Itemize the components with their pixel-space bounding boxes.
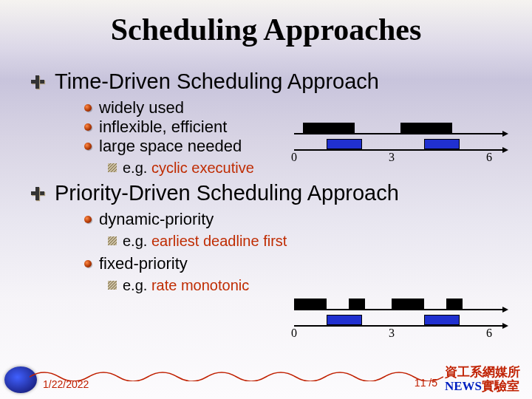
axis-tick-labels: 0 3 6: [288, 327, 510, 341]
tick-3: 3: [389, 151, 395, 164]
task-bar: [424, 139, 460, 149]
hatched-square-icon: [108, 281, 117, 290]
footer-decoration-icon: [30, 366, 443, 381]
dot-icon: [84, 216, 92, 223]
tick-6: 6: [486, 151, 492, 164]
lab-suffix: 實驗室: [482, 379, 519, 393]
diagram-time-driven: 0 3 6: [288, 118, 510, 166]
dot-icon: [84, 260, 92, 267]
sub-text: widely used: [99, 98, 184, 117]
sub-text: large space needed: [99, 137, 242, 156]
bullet-priority-driven: Priority-Driven Scheduling Approach: [31, 181, 532, 205]
bullet-time-driven: Time-Driven Scheduling Approach: [31, 69, 532, 94]
task-bar: [424, 315, 460, 325]
bullet-text: Priority-Driven Scheduling Approach: [55, 181, 399, 205]
eg-emph: cyclic executive: [151, 160, 254, 176]
footer-page-number: 11 /5: [415, 377, 437, 389]
eg-prefix: e.g.: [123, 233, 151, 249]
example-edf: e.g. earliest deadline first: [108, 232, 532, 250]
sub-dynamic-priority: dynamic-priority: [84, 210, 532, 229]
sub-text: fixed-priority: [99, 254, 188, 273]
slide-footer: 1/22/2022 11 /5 資工系網媒所 NEWS實驗室: [0, 359, 532, 395]
bullet-text: Time-Driven Scheduling Approach: [55, 69, 379, 94]
tick-3: 3: [389, 327, 395, 340]
diagram-row-bottom: [288, 310, 510, 327]
plus-icon: [31, 74, 47, 90]
lab-news: NEWS: [445, 379, 482, 393]
fixed-example: e.g. rate monotonic: [31, 276, 532, 294]
diagram-row-bottom: [288, 134, 510, 151]
eg-prefix: e.g.: [123, 277, 151, 293]
example-text: e.g. cyclic executive: [123, 159, 254, 177]
sub-text: dynamic-priority: [99, 210, 214, 229]
footer-lab-name: 資工系網媒所 NEWS實驗室: [445, 365, 520, 393]
sub-widely-used: widely used: [84, 98, 532, 117]
task-bar: [294, 299, 327, 309]
footer-date: 1/22/2022: [43, 378, 89, 390]
example-text: e.g. earliest deadline first: [123, 232, 287, 250]
plus-icon: [31, 185, 47, 202]
task-bar: [327, 139, 362, 149]
lab-line2: NEWS實驗室: [445, 379, 520, 393]
dot-icon: [84, 143, 92, 150]
slide-body: Time-Driven Scheduling Approach widely u…: [0, 47, 532, 294]
dynamic-example: e.g. earliest deadline first: [31, 232, 532, 250]
page-current: 11: [415, 377, 426, 389]
hatched-square-icon: [108, 236, 117, 245]
sub-fixed-priority: fixed-priority: [84, 254, 532, 273]
task-bar: [349, 299, 365, 309]
page-total: /5: [426, 377, 437, 389]
task-bar: [446, 299, 463, 309]
task-bar: [400, 123, 452, 133]
tick-0: 0: [291, 151, 297, 164]
axis-tick-labels: 0 3 6: [288, 151, 510, 166]
example-text: e.g. rate monotonic: [123, 276, 249, 294]
dot-icon: [84, 123, 92, 131]
task-bar: [303, 123, 355, 133]
priority-sublist-fixed: fixed-priority: [31, 254, 532, 273]
diagram-row-top: [288, 294, 510, 310]
priority-sublist-dynamic: dynamic-priority: [31, 210, 532, 229]
tick-0: 0: [291, 327, 297, 340]
task-bar: [327, 315, 362, 325]
slide-title: Scheduling Approaches: [0, 0, 532, 47]
task-bar: [392, 299, 424, 309]
example-rate-monotonic: e.g. rate monotonic: [108, 276, 532, 294]
diagram-row-top: [288, 118, 510, 134]
hatched-square-icon: [108, 163, 117, 172]
eg-prefix: e.g.: [123, 160, 151, 176]
sub-text: inflexible, efficient: [99, 117, 227, 137]
diagram-priority-driven: 0 3 6: [288, 294, 510, 341]
dot-icon: [84, 104, 92, 112]
lab-line1: 資工系網媒所: [445, 365, 520, 379]
eg-emph: earliest deadline first: [151, 233, 287, 249]
eg-emph: rate monotonic: [151, 277, 249, 293]
tick-6: 6: [486, 327, 492, 340]
